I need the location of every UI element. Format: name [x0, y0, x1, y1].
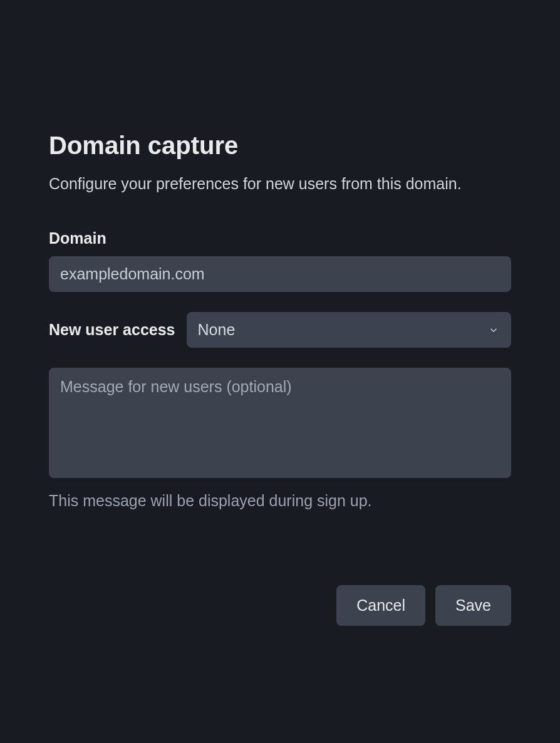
access-select[interactable]: None [187, 312, 511, 348]
domain-field-group: Domain [49, 229, 511, 292]
cancel-button[interactable]: Cancel [336, 585, 425, 626]
message-field-group: This message will be displayed during si… [49, 368, 511, 510]
page-title: Domain capture [49, 132, 511, 160]
access-field-group: New user access None [49, 312, 511, 348]
access-select-wrapper: None [187, 312, 511, 348]
button-row: Cancel Save [49, 585, 511, 626]
message-textarea[interactable] [49, 368, 511, 478]
domain-input[interactable] [49, 256, 511, 292]
domain-label: Domain [49, 229, 511, 247]
save-button[interactable]: Save [435, 585, 511, 626]
message-helper-text: This message will be displayed during si… [49, 492, 511, 510]
access-label: New user access [49, 321, 175, 339]
domain-capture-form: Domain capture Configure your preference… [49, 132, 511, 626]
page-subtitle: Configure your preferences for new users… [49, 175, 511, 193]
